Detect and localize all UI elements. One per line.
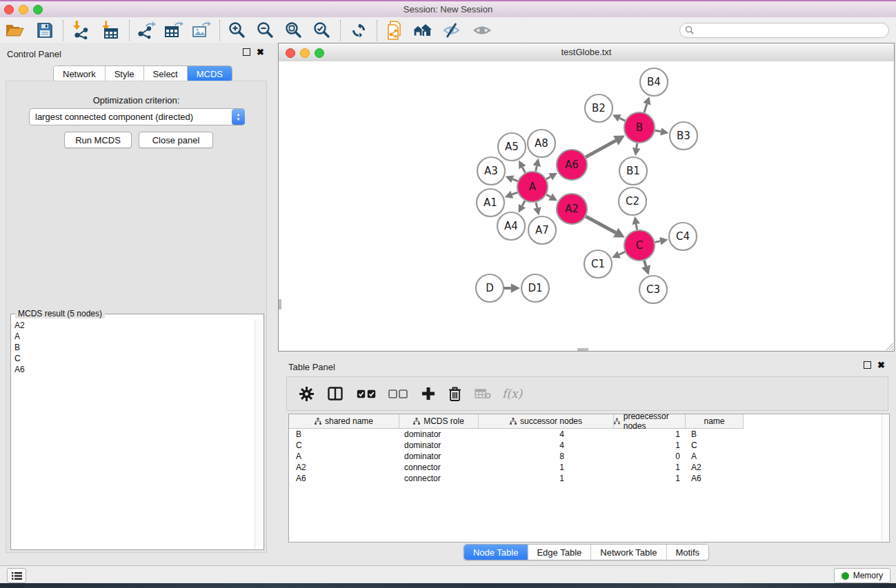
node-A3[interactable]: A3 — [477, 157, 505, 185]
node-C3[interactable]: C3 — [639, 276, 667, 303]
clone-network-icon[interactable] — [386, 20, 404, 41]
node-B2[interactable]: B2 — [585, 94, 613, 122]
tab-style[interactable]: Style — [106, 66, 144, 81]
export-image-icon[interactable] — [192, 20, 211, 41]
refresh-view-icon[interactable] — [350, 20, 367, 41]
resize-grip-icon[interactable] — [884, 341, 894, 351]
edge-C-C2[interactable] — [636, 224, 637, 230]
memory-button[interactable]: Memory — [834, 568, 890, 583]
task-list-button[interactable] — [7, 568, 26, 583]
add-plus-icon[interactable] — [421, 383, 435, 404]
select-all-checkboxes-icon[interactable] — [357, 383, 376, 404]
tab-mcds[interactable]: MCDS — [188, 66, 232, 81]
zoom-out-icon[interactable] — [257, 20, 274, 41]
zoom-fit-icon[interactable] — [285, 20, 302, 41]
tab-select[interactable]: Select — [144, 66, 188, 81]
node-A4[interactable]: A4 — [497, 212, 525, 240]
tab-node-table[interactable]: Node Table — [464, 545, 528, 560]
table-row[interactable]: Cdominator41C — [289, 440, 889, 451]
node-A[interactable]: A — [517, 172, 548, 202]
edge-B-B1[interactable] — [637, 143, 637, 148]
edge-A2-C[interactable] — [586, 216, 615, 233]
node-A7[interactable]: A7 — [528, 216, 556, 244]
node-B1[interactable]: B1 — [619, 157, 647, 185]
canvas-horizontal-scroll-thumb[interactable] — [577, 348, 588, 351]
node-C4[interactable]: C4 — [669, 223, 697, 250]
canvas-vertical-scroll-thumb[interactable] — [279, 299, 281, 310]
node-D1[interactable]: D1 — [521, 274, 549, 302]
table-row[interactable]: A2connector11A2 — [289, 462, 889, 473]
close-table-panel-icon[interactable]: ✖ — [877, 361, 885, 369]
edge-A-A5[interactable] — [522, 168, 525, 173]
edge-A6-B[interactable] — [586, 141, 616, 157]
node-B4[interactable]: B4 — [640, 68, 668, 96]
edge-A-A4[interactable] — [522, 201, 525, 205]
edge-A-A6[interactable] — [546, 176, 550, 179]
edge-C-C4[interactable] — [655, 241, 661, 243]
column-header-MCDS-role[interactable]: MCDS role — [399, 414, 479, 429]
import-table-icon[interactable] — [101, 20, 119, 41]
node-C1[interactable]: C1 — [584, 250, 612, 278]
zoom-in-icon[interactable] — [228, 20, 246, 41]
column-header-predecessor-nodes[interactable]: predecessor nodes — [614, 414, 686, 429]
table-scrollbar[interactable] — [882, 414, 889, 542]
tab-network-table[interactable]: Network Table — [591, 545, 666, 560]
column-header-shared-name[interactable]: shared name — [289, 414, 399, 429]
tab-edge-table[interactable]: Edge Table — [528, 545, 591, 560]
node-B3[interactable]: B3 — [670, 122, 697, 150]
zoom-selected-icon[interactable] — [313, 20, 330, 41]
edge-A-A2[interactable] — [546, 194, 550, 196]
float-panel-icon[interactable] — [243, 48, 250, 56]
import-network-icon[interactable] — [72, 20, 90, 41]
edge-A-A8[interactable] — [536, 166, 537, 172]
node-A1[interactable]: A1 — [477, 189, 504, 216]
houses-icon[interactable] — [412, 20, 432, 41]
show-eye-icon[interactable] — [472, 20, 492, 41]
result-item[interactable]: B — [12, 342, 255, 353]
edge-A-A7[interactable] — [536, 202, 537, 207]
result-item[interactable]: A2 — [12, 320, 255, 331]
search-input[interactable] — [679, 23, 889, 38]
network-window-titlebar[interactable]: testGlobe.txt — [279, 43, 894, 62]
delete-trash-icon[interactable] — [448, 383, 461, 404]
close-panel-icon[interactable]: ✖ — [257, 48, 264, 56]
table-row[interactable]: Adominator80A — [289, 451, 889, 462]
result-item[interactable]: A6 — [12, 364, 255, 375]
network-canvas[interactable]: B4B2BB3A8A5A6A3B1AC2A1A2A4A7C4CC1C3DD1 — [279, 61, 894, 351]
export-network-icon[interactable] — [137, 20, 156, 41]
run-mcds-button[interactable]: Run MCDS — [64, 132, 132, 148]
edge-C-C3[interactable] — [644, 261, 646, 266]
close-panel-button[interactable]: Close panel — [139, 132, 213, 148]
export-table-icon[interactable] — [164, 20, 183, 41]
node-C[interactable]: C — [624, 230, 655, 261]
edge-B-B4[interactable] — [644, 104, 647, 112]
split-columns-icon[interactable] — [328, 383, 343, 404]
node-A5[interactable]: A5 — [498, 133, 526, 161]
save-session-icon[interactable] — [37, 20, 53, 41]
open-session-icon[interactable] — [6, 20, 24, 41]
result-list-scrollbar[interactable] — [255, 320, 263, 549]
result-item[interactable]: A — [12, 331, 255, 342]
node-A2[interactable]: A2 — [557, 194, 587, 224]
node-D[interactable]: D — [476, 274, 504, 302]
float-table-panel-icon[interactable] — [864, 361, 871, 369]
edge-A-A3[interactable] — [512, 179, 517, 181]
table-row[interactable]: A6connector11A6 — [289, 473, 889, 484]
deselect-checkboxes-icon[interactable] — [388, 383, 408, 404]
edge-B-B2[interactable] — [619, 118, 625, 121]
column-header-name[interactable]: name — [686, 414, 744, 429]
edge-B-B3[interactable] — [655, 130, 661, 132]
optimization-criterion-select[interactable]: largest connected component (directed) ▲… — [29, 108, 245, 125]
tab-motifs[interactable]: Motifs — [666, 545, 708, 560]
settings-gear-icon[interactable] — [299, 383, 314, 404]
node-C2[interactable]: C2 — [619, 187, 646, 215]
edge-C-C1[interactable] — [619, 252, 625, 254]
node-A6[interactable]: A6 — [557, 150, 587, 180]
hide-eye-icon[interactable] — [442, 20, 461, 41]
tab-network[interactable]: Network — [54, 66, 106, 81]
table-row[interactable]: Bdominator41B — [289, 429, 889, 440]
result-item[interactable]: C — [12, 353, 255, 364]
node-B[interactable]: B — [624, 112, 655, 143]
edge-A-A1[interactable] — [512, 192, 517, 194]
node-A8[interactable]: A8 — [528, 130, 555, 157]
